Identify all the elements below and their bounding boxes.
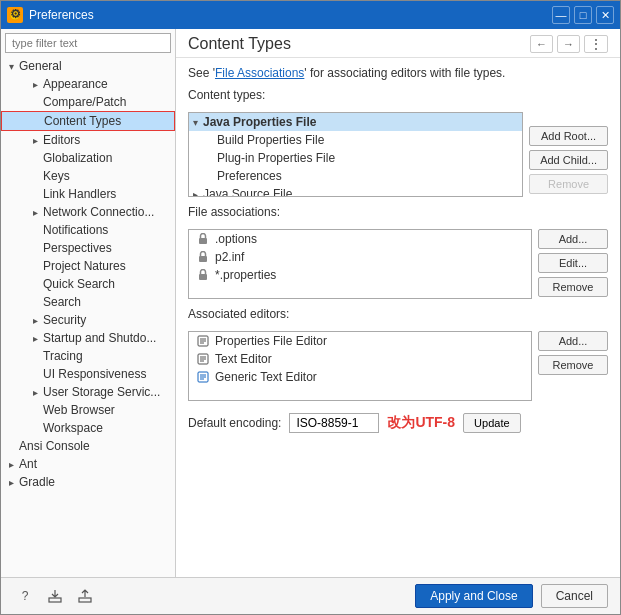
sidebar-item-ansi-console[interactable]: Ansi Console [1,437,175,455]
add-root-button[interactable]: Add Root... [529,126,608,146]
export-icon [47,588,63,604]
content-type-item-build-properties[interactable]: Build Properties File [189,131,522,149]
sidebar-item-startup-shutdown[interactable]: Startup and Shutdo... [1,329,175,347]
sidebar-item-label-workspace: Workspace [41,421,103,435]
window-icon: ⚙ [7,7,23,23]
startup-shutdown-arrow-icon [29,333,41,344]
sidebar-item-web-browser[interactable]: Web Browser [1,401,175,419]
editors-arrow-icon [29,135,41,146]
sidebar-item-ant[interactable]: Ant [1,455,175,473]
file-assoc-list-wrap: .optionsp2.inf*.properties [188,229,532,299]
lock-icon-p2inf [195,250,211,264]
fa-edit-button[interactable]: Edit... [538,253,608,273]
sidebar-item-quick-search[interactable]: Quick Search [1,275,175,293]
sidebar-item-compare-patch[interactable]: Compare/Patch [1,93,175,111]
sidebar-item-content-types[interactable]: Content Types [1,111,175,131]
editor-icon-generic-editor [195,370,211,384]
ae-add-button[interactable]: Add... [538,331,608,351]
add-child-button[interactable]: Add Child... [529,150,608,170]
fa-item-properties[interactable]: *.properties [189,266,531,284]
default-encoding-label: Default encoding: [188,416,281,430]
update-button[interactable]: Update [463,413,520,433]
sidebar-item-link-handlers[interactable]: Link Handlers [1,185,175,203]
nav-buttons: ← → ⋮ [530,35,608,53]
sidebar-item-globalization[interactable]: Globalization [1,149,175,167]
ct-label-java-properties: Java Properties File [203,115,316,129]
export-button[interactable] [43,584,67,608]
maximize-button[interactable]: □ [574,6,592,24]
lock-icon-options [195,232,211,246]
fa-item-options[interactable]: .options [189,230,531,248]
sidebar-item-keys[interactable]: Keys [1,167,175,185]
file-assoc-label: File associations: [188,205,608,219]
sidebar-item-perspectives[interactable]: Perspectives [1,239,175,257]
content-types-section: ▾Java Properties FileBuild Properties Fi… [188,112,608,197]
user-storage-arrow-icon [29,387,41,398]
sidebar-item-label-general: General [17,59,62,73]
filter-input[interactable] [5,33,171,53]
main-content: GeneralAppearanceCompare/PatchContent Ty… [1,29,620,577]
ct-label-preferences: Preferences [217,169,282,183]
tree-container: GeneralAppearanceCompare/PatchContent Ty… [1,57,175,577]
ct-label-java-source: Java Source File [203,187,292,197]
help-icon: ? [22,589,29,603]
right-panel: Content Types ← → ⋮ See 'File Associatio… [176,29,620,577]
sidebar-item-appearance[interactable]: Appearance [1,75,175,93]
file-assoc-buttons: Add... Edit... Remove [538,229,608,297]
sidebar-item-project-natures[interactable]: Project Natures [1,257,175,275]
sidebar-item-ui-responsiveness[interactable]: UI Responsiveness [1,365,175,383]
sidebar-item-search[interactable]: Search [1,293,175,311]
fa-item-p2inf[interactable]: p2.inf [189,248,531,266]
appearance-arrow-icon [29,79,41,90]
svg-rect-17 [49,598,61,602]
sidebar-item-label-globalization: Globalization [41,151,112,165]
close-button[interactable]: ✕ [596,6,614,24]
minimize-button[interactable]: — [552,6,570,24]
sidebar-item-notifications[interactable]: Notifications [1,221,175,239]
file-associations-link[interactable]: File Associations [215,66,304,80]
ae-item-properties-editor[interactable]: Properties File Editor [189,332,531,350]
nav-back-button[interactable]: ← [530,35,553,53]
assoc-editors-label: Associated editors: [188,307,608,321]
sidebar-item-editors[interactable]: Editors [1,131,175,149]
remove-content-type-button[interactable]: Remove [529,174,608,194]
sidebar-item-security[interactable]: Security [1,311,175,329]
sidebar-item-workspace[interactable]: Workspace [1,419,175,437]
file-assoc-section: .optionsp2.inf*.properties Add... Edit..… [188,229,608,299]
panel-body: See 'File Associations' for associating … [176,58,620,577]
sidebar-item-network-connections[interactable]: Network Connectio... [1,203,175,221]
svg-rect-2 [199,238,207,244]
sidebar-item-general[interactable]: General [1,57,175,75]
content-type-item-java-properties[interactable]: ▾Java Properties File [189,113,522,131]
content-types-list[interactable]: ▾Java Properties FileBuild Properties Fi… [188,112,523,197]
ae-item-text-editor[interactable]: Text Editor [189,350,531,368]
sidebar-item-label-tracing: Tracing [41,349,83,363]
fa-add-button[interactable]: Add... [538,229,608,249]
sidebar-item-tracing[interactable]: Tracing [1,347,175,365]
sidebar-item-gradle[interactable]: Gradle [1,473,175,491]
window-controls: — □ ✕ [552,6,614,24]
ae-label-text-editor: Text Editor [215,352,272,366]
sidebar-item-user-storage[interactable]: User Storage Servic... [1,383,175,401]
panel-title: Content Types [188,35,291,53]
svg-rect-18 [79,598,91,602]
apply-close-button[interactable]: Apply and Close [415,584,532,608]
help-button[interactable]: ? [13,584,37,608]
fa-remove-button[interactable]: Remove [538,277,608,297]
content-type-item-plugin-properties[interactable]: Plug-in Properties File [189,149,522,167]
cancel-button[interactable]: Cancel [541,584,608,608]
ae-remove-button[interactable]: Remove [538,355,608,375]
nav-more-button[interactable]: ⋮ [584,35,608,53]
fa-label-p2inf: p2.inf [215,250,244,264]
file-assoc-list[interactable]: .optionsp2.inf*.properties [188,229,532,299]
nav-forward-button[interactable]: → [557,35,580,53]
sidebar-item-label-ui-responsiveness: UI Responsiveness [41,367,146,381]
assoc-editors-list[interactable]: Properties File EditorText EditorGeneric… [188,331,532,401]
content-type-item-java-source[interactable]: ▸Java Source File [189,185,522,197]
encoding-input[interactable] [289,413,379,433]
import-button[interactable] [73,584,97,608]
content-type-item-preferences[interactable]: Preferences [189,167,522,185]
bottom-bar: ? Apply and Close Cancel [1,577,620,614]
content-types-label: Content types: [188,88,608,102]
ae-item-generic-editor[interactable]: Generic Text Editor [189,368,531,386]
